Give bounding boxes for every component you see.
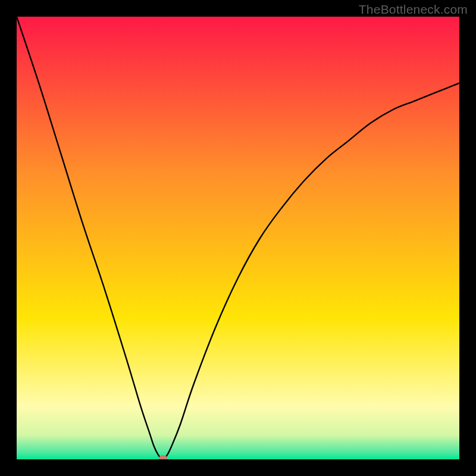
chart-svg (17, 17, 459, 459)
gradient-background (17, 17, 459, 459)
plot-area (17, 17, 459, 459)
optimum-marker (159, 455, 167, 459)
watermark-text: TheBottleneck.com (359, 2, 468, 17)
chart-frame: TheBottleneck.com (0, 0, 476, 476)
